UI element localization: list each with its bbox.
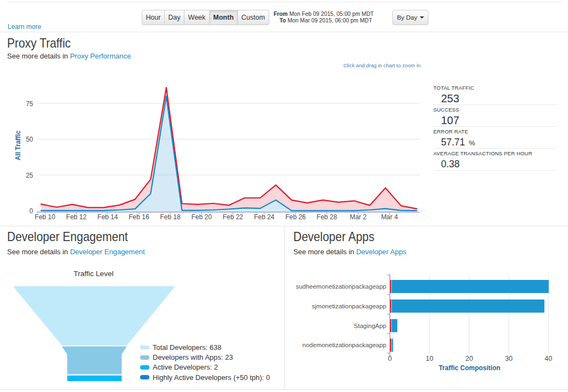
chart-label: Feb 10 [35,213,56,221]
traffic-stats-panel: TOTAL TRAFFIC 253 SUCCESS 107 ERROR RATE… [433,83,557,171]
chart-label: 0 [388,355,392,362]
legend-swatch-total-developers [140,346,149,350]
chart-label: Feb 28 [317,213,338,221]
chart-label: Feb 22 [223,213,244,221]
chart-label: Feb 16 [129,213,149,221]
bar-error-segment [390,319,391,332]
funnel-segment-total-developers [13,286,176,346]
legend-swatch-highly-active-developers [140,375,149,379]
legend-item: Highly Active Developers (+50 tph): 0 [140,372,270,382]
stat-success: SUCCESS 107 [433,105,557,127]
dashboard-page: Hour Day Week Month Custom From Mon Feb … [0,0,568,392]
x-axis-title: Traffic Composition [439,364,501,372]
success-line [41,96,417,210]
developer-apps-title: Developer Apps [293,230,374,244]
chart-label: Feb 26 [285,213,306,221]
success-area [41,96,417,212]
chart-label: 30 [505,355,513,362]
bar-category-label: StagingApp [354,323,386,329]
bar-category-label: sjmonetizationpackageapp [312,303,386,309]
funnel-legend: Total Developers: 638 Developers with Ap… [140,343,270,383]
chart-label: 20 [465,355,473,362]
chart-shape [62,346,127,347]
bar-traffic-segment [392,300,544,313]
developer-engagement-title: Developer Engagement [7,230,128,244]
chart-label: Feb 12 [66,213,87,221]
legend-item: Active Developers: 2 [140,362,270,372]
developer-engagement-link[interactable]: Developer Engagement [70,248,145,256]
legend-swatch-developers-with-apps [140,355,149,360]
developer-engagement-subtitle: See more details in Developer Engagement [7,248,145,256]
chart-label: 50 [26,136,33,143]
chart-label: Mar 4 [381,213,398,221]
bar-traffic-segment [392,319,397,332]
chart-label: 75 [26,100,33,108]
bar-error-segment [390,338,391,352]
funnel-segment-active-developers [67,376,121,381]
bottom-divider [0,389,568,390]
chart-label: Feb 24 [254,213,275,221]
chart-shape [67,375,121,376]
funnel-title: Traffic Level [33,270,154,278]
bar-traffic-segment [392,338,393,352]
chart-label: Feb 20 [192,213,212,221]
stat-error-rate: ERROR RATE 57.71% [433,127,557,149]
bar-error-segment [390,280,391,293]
chart-label: 25 [26,172,33,179]
chart-label: Mar 2 [350,213,367,221]
bar-category-label: nodemonetizationpackageapp [303,342,386,348]
vertical-divider [284,226,285,390]
funnel-segment-developers-with-apps [62,347,127,375]
bar-traffic-segment [392,280,549,293]
chart-label: 0 [30,207,33,215]
developer-apps-link[interactable]: Developer Apps [356,248,407,256]
stat-total-traffic: TOTAL TRAFFIC 253 [433,83,557,105]
bar-category-label: sudheemonetizationpackageapp [295,283,386,290]
all-traffic-area [41,87,417,211]
y-axis-title: All Traffic [14,130,22,160]
stat-avg-tph: AVERAGE TRANSACTIONS PER HOUR 0.38 [433,149,557,171]
chart-label: Feb 18 [160,213,181,221]
chart-label: Feb 14 [97,213,118,221]
chart-label: 40 [544,355,552,362]
developer-apps-subtitle: See more details in Developer Apps [293,248,407,256]
legend-swatch-active-developers [140,365,149,370]
legend-item: Total Developers: 638 [140,343,270,353]
all-traffic-line [41,87,417,209]
legend-item: Developers with Apps: 23 [140,353,270,362]
bar-error-segment [390,300,391,313]
chart-label: 10 [426,355,433,362]
